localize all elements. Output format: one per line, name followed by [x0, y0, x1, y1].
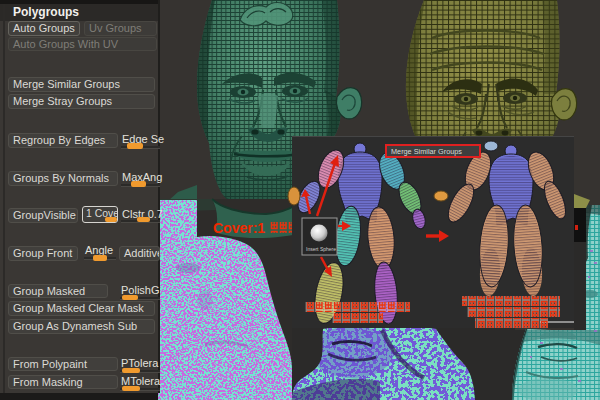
- svg-text:Insert Sphere: Insert Sphere: [306, 246, 336, 252]
- svg-text:Merge Similar Groups: Merge Similar Groups: [391, 147, 462, 156]
- svg-text:Cover:1: Cover:1: [213, 220, 265, 236]
